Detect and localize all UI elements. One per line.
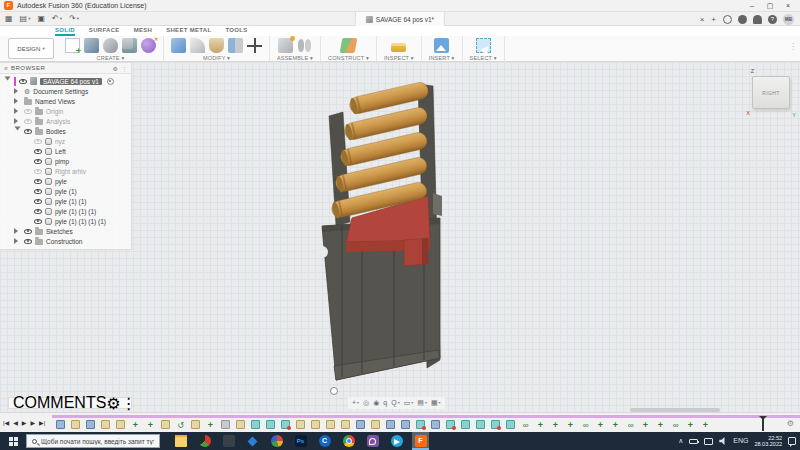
revert-feature[interactable]: ↺	[176, 420, 185, 429]
mirror-red-feature[interactable]	[491, 420, 500, 429]
viewports-icon[interactable]: ▤▾	[417, 398, 427, 408]
telegram-taskbar-button[interactable]	[388, 432, 405, 450]
search-input[interactable]: Щоби почати пошук, введіть запит тут	[26, 434, 160, 448]
view-cube[interactable]: RIGHT	[752, 76, 790, 109]
visibility-eye-icon[interactable]	[34, 179, 42, 184]
move-feature[interactable]: +	[701, 420, 710, 429]
doc-feature[interactable]	[161, 420, 170, 429]
link-feature[interactable]: ∞	[671, 420, 680, 429]
tree-item-pyle-1-1-1-1[interactable]: pyle (1) (1) (1) (1)	[0, 216, 131, 226]
sketch-feature[interactable]	[401, 420, 410, 429]
tree-item-left[interactable]: Left	[0, 146, 131, 156]
expander-icon[interactable]	[14, 228, 21, 234]
tree-item-pyle-1-1[interactable]: pyle (1) (1)	[0, 196, 131, 206]
profile-icon[interactable]: MB	[783, 14, 794, 25]
photoshop-taskbar-button[interactable]: Ps	[292, 432, 309, 450]
redo-button[interactable]: ↷▾	[69, 12, 79, 25]
tree-item-sketches[interactable]: Sketches	[0, 226, 131, 236]
mirror-feature[interactable]	[461, 420, 470, 429]
extrude-icon[interactable]	[84, 38, 99, 53]
visibility-eye-icon[interactable]	[34, 209, 42, 214]
magazine-side-tab[interactable]	[433, 193, 442, 216]
app-menu-button[interactable]: ▦	[5, 12, 13, 25]
browser-gear-icon[interactable]: ⚙	[113, 65, 118, 72]
mirror-feature[interactable]	[251, 420, 260, 429]
expander-icon[interactable]	[14, 118, 21, 124]
joint-icon[interactable]	[297, 38, 312, 53]
ribbon-tab-tools[interactable]: TOOLS	[225, 27, 247, 36]
grid-settings-icon[interactable]: ▦▾	[431, 398, 441, 408]
modify-dropdown[interactable]: MODIFY ▾	[203, 55, 230, 61]
go-to-start-button[interactable]: |◀	[3, 417, 9, 429]
language-indicator[interactable]: ENG	[733, 432, 748, 450]
measure-icon[interactable]	[391, 43, 406, 52]
expander-icon[interactable]	[14, 88, 21, 94]
tree-item-pyle[interactable]: pyle	[0, 176, 131, 186]
mirror-red-feature[interactable]	[446, 420, 455, 429]
plane-icon[interactable]	[340, 38, 358, 53]
tree-item-pyle-1-1-1[interactable]: pyle (1) (1) (1)	[0, 206, 131, 216]
form-icon[interactable]	[141, 38, 156, 53]
doc-feature[interactable]	[236, 420, 245, 429]
timeline-playhead[interactable]	[762, 416, 764, 431]
sketch-icon[interactable]	[65, 38, 80, 53]
comments-options-icon[interactable]: ⋮	[121, 394, 137, 413]
tree-item-named-views[interactable]: Named Views	[0, 96, 131, 106]
zoom-icon[interactable]: Q▾	[391, 398, 399, 408]
expander-icon[interactable]	[14, 238, 21, 244]
create-dropdown[interactable]: CREATE ▾	[97, 55, 125, 61]
expander-icon[interactable]	[14, 98, 21, 104]
timeline-group-bar[interactable]	[52, 415, 800, 418]
sketch-feature[interactable]	[356, 420, 365, 429]
help-icon[interactable]: ?	[768, 15, 777, 24]
visibility-eye-icon[interactable]	[34, 149, 42, 154]
move-feature[interactable]: +	[551, 420, 560, 429]
sketch-feature[interactable]	[86, 420, 95, 429]
tree-item-analysis[interactable]: Analysis	[0, 116, 131, 126]
mirror-feature[interactable]	[266, 420, 275, 429]
ribbon-tab-sheet-metal[interactable]: SHEET METAL	[166, 27, 211, 36]
visibility-eye-icon[interactable]	[24, 229, 32, 234]
zoom-window-icon[interactable]: q	[383, 398, 387, 408]
move-feature[interactable]: +	[596, 420, 605, 429]
revolve-icon[interactable]	[103, 38, 118, 53]
box-feature[interactable]	[221, 420, 230, 429]
doc-feature[interactable]	[71, 420, 80, 429]
sketch-feature[interactable]	[431, 420, 440, 429]
doc-feature[interactable]	[326, 420, 335, 429]
move-feature[interactable]: +	[131, 420, 140, 429]
tree-item-right-arhiv[interactable]: Right arhiv	[0, 166, 131, 176]
start-button[interactable]	[0, 432, 26, 450]
root-component-label[interactable]: SAVAGE 64 pos v1	[40, 78, 102, 85]
visibility-eye-icon[interactable]	[34, 159, 42, 164]
box-icon[interactable]	[122, 38, 137, 53]
file-menu-button[interactable]: ▤▾	[20, 12, 31, 25]
select-icon[interactable]	[476, 38, 491, 53]
move-feature[interactable]: +	[206, 420, 215, 429]
clock[interactable]: 22:52 28.03.2022	[754, 435, 782, 448]
new-tab-button[interactable]: +	[711, 15, 716, 24]
comments-panel[interactable]: COMMENTS ⚙ ⋮	[8, 397, 132, 409]
move-icon[interactable]	[247, 38, 262, 53]
visibility-eye-icon[interactable]	[34, 169, 42, 174]
tree-item-bodies[interactable]: Bodies	[0, 126, 131, 136]
expander-icon[interactable]	[5, 77, 11, 84]
move-feature[interactable]: +	[566, 420, 575, 429]
orbit-icon[interactable]: ◉	[373, 398, 379, 408]
origin-point[interactable]	[331, 388, 338, 395]
close-tab-icon[interactable]: ×	[700, 15, 705, 24]
radial-app-taskbar-button[interactable]	[196, 432, 213, 450]
combine-icon[interactable]	[228, 38, 243, 53]
viewport-canvas[interactable]: RIGHT Z X Y « BROWSER ⚙ ⋮ SAVAGE 64 pos …	[0, 62, 800, 412]
tree-item-document-settings[interactable]: ⚙Document Settings	[0, 86, 131, 96]
new-component-icon[interactable]	[278, 38, 293, 53]
move-feature[interactable]: +	[611, 420, 620, 429]
display-icon[interactable]	[704, 438, 713, 445]
file-explorer-taskbar-button[interactable]	[172, 432, 189, 450]
design-workspace-selector[interactable]: DESIGN ▾	[8, 38, 54, 59]
mirror-red-feature[interactable]	[281, 420, 290, 429]
maximize-button[interactable]: ▢	[762, 0, 778, 11]
expander-icon[interactable]	[14, 108, 21, 114]
look-at-icon[interactable]: ◎	[363, 398, 369, 408]
fusion-360-taskbar-button[interactable]: F	[412, 432, 429, 450]
